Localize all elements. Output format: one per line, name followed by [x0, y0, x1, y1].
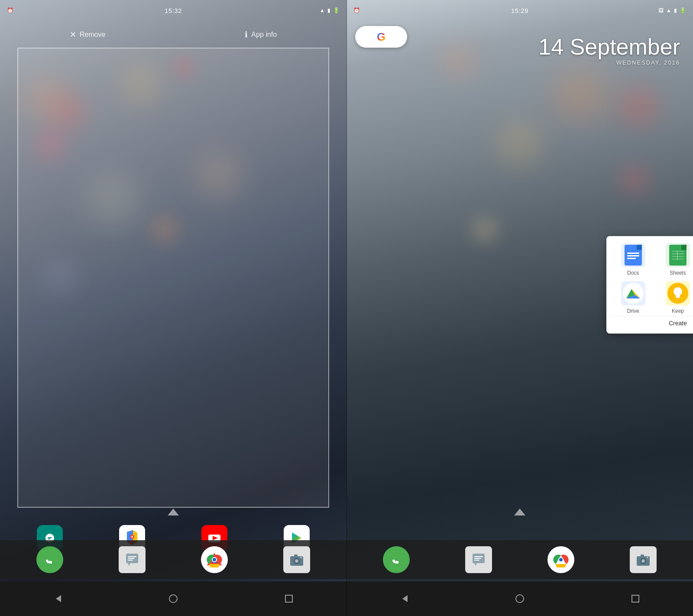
- signal-icon-r: ▮: [674, 7, 677, 13]
- left-bottom-dock: [0, 540, 346, 579]
- svg-rect-50: [677, 251, 678, 260]
- popup-apps-row1: Docs Sheets: [613, 243, 693, 276]
- svg-rect-20: [128, 558, 135, 559]
- right-phone-panel: ⏰ 15:29 🖼 ▲ ▮ 🔋 14 September WEDNESDAY, …: [346, 0, 693, 616]
- svg-rect-64: [676, 297, 680, 298]
- sheets-popup-app[interactable]: Sheets: [658, 243, 693, 276]
- keep-popup-app[interactable]: Keep: [658, 281, 693, 314]
- svg-rect-79: [474, 560, 479, 561]
- svg-rect-63: [676, 295, 680, 297]
- alarm-icon: ⏰: [7, 7, 13, 13]
- svg-rect-35: [285, 595, 292, 602]
- svg-rect-39: [637, 245, 642, 250]
- panel-divider: [346, 0, 347, 616]
- action-bar: ✕ Remove ℹ App info: [0, 21, 346, 49]
- left-time: 15:32: [165, 7, 182, 14]
- svg-point-32: [300, 557, 302, 558]
- svg-point-91: [516, 595, 524, 603]
- home-button-left[interactable]: [165, 590, 182, 607]
- svg-rect-92: [632, 595, 639, 602]
- app-info-action[interactable]: ℹ App info: [245, 30, 277, 39]
- date-text: 14 September: [538, 35, 680, 59]
- svg-point-25: [213, 558, 216, 561]
- svg-rect-45: [681, 245, 687, 250]
- svg-point-34: [169, 595, 177, 603]
- app-info-label: App info: [251, 31, 277, 39]
- left-phone-panel: ⏰ 15:32 ▲ ▮ 🔋 ✕ Remove ℹ App info: [0, 0, 346, 616]
- chrome-dock-right[interactable]: [547, 546, 574, 573]
- sheets-label: Sheets: [670, 270, 686, 276]
- phone-dock-left[interactable]: [36, 546, 63, 573]
- svg-rect-2: [48, 538, 51, 539]
- remove-action[interactable]: ✕ Remove: [70, 30, 106, 39]
- svg-point-62: [674, 287, 682, 296]
- right-status-icons: 🖼 ▲ ▮ 🔋: [658, 0, 686, 21]
- photo-icon: 🖼: [658, 7, 664, 13]
- chrome-dock-left[interactable]: [201, 546, 228, 573]
- messages-dock-right[interactable]: [465, 546, 492, 573]
- svg-point-9: [131, 536, 133, 538]
- home-button-right[interactable]: [511, 590, 528, 607]
- svg-rect-88: [641, 554, 644, 557]
- svg-point-89: [647, 557, 648, 558]
- keep-icon: [666, 281, 690, 305]
- recents-button-right[interactable]: [627, 590, 644, 607]
- svg-rect-21: [128, 560, 133, 561]
- left-status-icons: ▲ ▮ 🔋: [320, 0, 340, 21]
- right-time: 15:29: [511, 7, 528, 14]
- phone-dock-right[interactable]: [383, 546, 410, 573]
- remove-label: Remove: [80, 31, 106, 39]
- info-icon: ℹ: [245, 30, 248, 39]
- svg-point-87: [642, 560, 644, 562]
- svg-rect-77: [474, 556, 483, 557]
- create-popup-title: Create: [613, 316, 693, 327]
- camera-dock-right[interactable]: [630, 546, 657, 573]
- left-status-icons-left: ⏰: [7, 0, 13, 21]
- back-button-right[interactable]: [395, 590, 413, 607]
- right-status-icons-left: ⏰: [353, 0, 360, 21]
- svg-rect-42: [627, 258, 636, 259]
- svg-marker-73: [514, 509, 525, 515]
- google-g-logo: G: [377, 30, 385, 44]
- alarm-icon-right: ⏰: [353, 7, 360, 13]
- keep-label: Keep: [672, 308, 684, 314]
- battery-icon: 🔋: [333, 7, 340, 13]
- messages-dock-left[interactable]: [119, 546, 146, 573]
- wifi-icon: ▲: [320, 7, 325, 13]
- date-sub: WEDNESDAY, 2016: [538, 59, 680, 66]
- create-popup: Docs Sheets: [606, 236, 693, 334]
- svg-rect-41: [627, 255, 639, 256]
- svg-rect-19: [128, 556, 136, 557]
- signal-icon: ▮: [327, 7, 330, 13]
- wifi-icon-r: ▲: [666, 7, 671, 13]
- drive-label: Drive: [627, 308, 639, 314]
- left-status-bar: ⏰ 15:32 ▲ ▮ 🔋: [0, 0, 346, 21]
- date-widget: 14 September WEDNESDAY, 2016: [538, 35, 680, 66]
- right-nav-hint: [346, 508, 693, 516]
- svg-rect-31: [294, 554, 298, 557]
- svg-marker-90: [402, 595, 408, 602]
- svg-marker-15: [168, 509, 179, 515]
- svg-point-82: [559, 558, 563, 561]
- right-status-bar: ⏰ 15:29 🖼 ▲ ▮ 🔋: [346, 0, 693, 21]
- sheets-icon: [666, 243, 690, 267]
- x-icon: ✕: [70, 30, 76, 39]
- svg-point-30: [295, 560, 298, 562]
- drag-overlay: [17, 48, 329, 508]
- google-search-bar[interactable]: G: [355, 26, 407, 48]
- svg-rect-1: [48, 537, 52, 538]
- svg-rect-78: [474, 558, 481, 559]
- recents-button-left[interactable]: [280, 590, 298, 607]
- docs-label: Docs: [627, 270, 639, 276]
- svg-rect-40: [627, 253, 639, 254]
- drive-icon: [621, 281, 645, 305]
- docs-icon: [621, 243, 645, 267]
- left-nav-hint: [0, 508, 346, 516]
- battery-icon-r: 🔋: [680, 7, 686, 13]
- docs-popup-app[interactable]: Docs: [613, 243, 653, 276]
- drive-popup-app[interactable]: Drive: [613, 281, 653, 314]
- camera-dock-left[interactable]: [283, 546, 310, 573]
- svg-marker-33: [56, 595, 61, 602]
- right-nav-bar: [346, 581, 693, 616]
- back-button-left[interactable]: [49, 590, 66, 607]
